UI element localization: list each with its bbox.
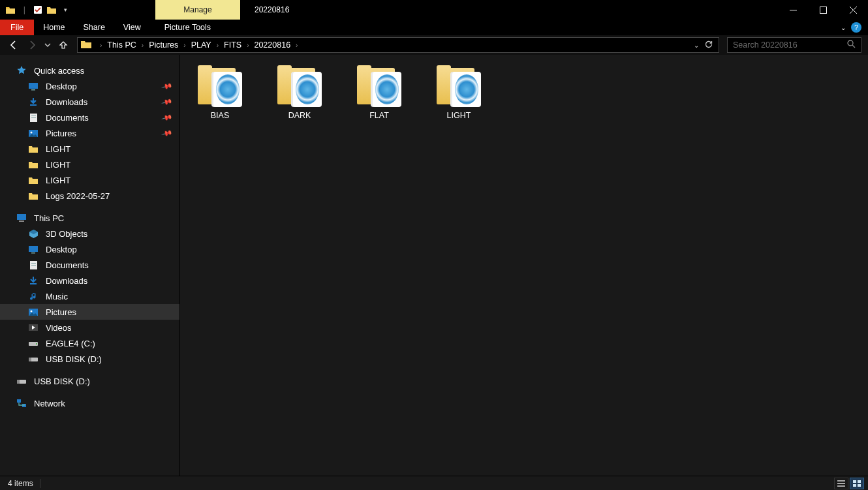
folder-item[interactable]: FLAT <box>352 65 406 120</box>
cube-icon <box>27 228 39 239</box>
sidebar-item-desktop[interactable]: Desktop 📌 <box>0 78 179 94</box>
sidebar-item-drive-c[interactable]: EAGLE4 (C:) <box>0 335 179 351</box>
chevron-right-icon[interactable]: › <box>292 42 302 49</box>
sidebar-item-downloads[interactable]: Downloads 📌 <box>0 94 179 110</box>
sidebar-item-pictures[interactable]: Pictures 📌 <box>0 125 179 141</box>
qat-separator-icon: | <box>20 5 29 15</box>
svg-line-6 <box>852 45 855 48</box>
home-tab-label: Home <box>43 23 65 32</box>
qat-dropdown-icon[interactable]: ▾ <box>61 5 70 15</box>
sidebar-item-usb-d[interactable]: USB DISK (D:) <box>0 373 179 389</box>
svg-rect-9 <box>30 104 37 106</box>
folder-label: DARK <box>288 111 311 120</box>
sidebar-item-label: Logs 2022-05-27 <box>46 191 110 201</box>
minimize-button[interactable] <box>778 0 808 20</box>
breadcrumb-label: FITS <box>224 40 241 50</box>
breadcrumb[interactable]: Pictures <box>147 40 179 50</box>
navigation-pane[interactable]: Quick access Desktop 📌 Downloads 📌 Docum… <box>0 55 180 476</box>
window-controls <box>778 0 868 20</box>
sidebar-item-desktop[interactable]: Desktop <box>0 241 179 257</box>
file-tab[interactable]: File <box>0 20 34 35</box>
breadcrumb[interactable]: PLAY <box>190 40 213 50</box>
documents-icon <box>27 112 39 123</box>
search-box[interactable] <box>727 37 861 53</box>
sidebar-item-folder[interactable]: LIGHT <box>0 157 179 172</box>
sidebar-item-label: USB DISK (D:) <box>34 376 90 386</box>
recent-locations-button[interactable] <box>43 38 52 52</box>
sidebar-network[interactable]: Network <box>0 395 179 411</box>
downloads-icon <box>27 275 39 286</box>
sidebar-item-label: Pictures <box>46 129 76 138</box>
svg-rect-39 <box>853 484 856 487</box>
chevron-right-icon[interactable]: › <box>179 42 189 49</box>
sidebar-item-documents[interactable]: Documents 📌 <box>0 110 179 125</box>
breadcrumb-label: Pictures <box>149 40 178 50</box>
sidebar-item-downloads[interactable]: Downloads <box>0 273 179 288</box>
address-bar[interactable]: › This PC › Pictures › PLAY › FITS › 202… <box>77 37 719 53</box>
sidebar-item-label: Music <box>46 292 68 301</box>
svg-rect-2 <box>820 7 826 13</box>
sidebar-item-3d-objects[interactable]: 3D Objects <box>0 226 179 241</box>
computer-icon <box>16 213 27 223</box>
search-icon[interactable] <box>847 40 856 50</box>
pin-icon: 📌 <box>161 127 174 139</box>
help-icon[interactable]: ? <box>851 22 861 33</box>
details-view-button[interactable] <box>834 478 848 489</box>
sidebar-item-documents[interactable]: Documents <box>0 257 179 273</box>
sidebar-item-pictures[interactable]: Pictures <box>0 304 179 320</box>
folder-icon <box>437 65 481 106</box>
pictures-icon <box>27 128 39 138</box>
address-folder-icon <box>80 39 92 51</box>
sidebar-item-label: Desktop <box>46 82 77 91</box>
chevron-right-icon[interactable]: › <box>96 42 106 49</box>
large-icons-view-button[interactable] <box>850 478 864 489</box>
svg-rect-18 <box>31 253 35 254</box>
chevron-right-icon[interactable]: › <box>213 42 223 49</box>
new-folder-icon[interactable] <box>46 5 57 15</box>
folder-label: LIGHT <box>447 111 471 120</box>
view-tab[interactable]: View <box>114 20 150 35</box>
sidebar-this-pc[interactable]: This PC <box>0 210 179 226</box>
ribbon-expand-icon[interactable]: ⌄ <box>841 24 846 31</box>
folder-item[interactable]: DARK <box>273 65 326 120</box>
ribbon-tabs: File Home Share View Picture Tools ⌄ ? <box>0 20 868 35</box>
status-count: 4 items <box>8 479 33 488</box>
up-button[interactable] <box>56 38 70 52</box>
sidebar-quick-access[interactable]: Quick access <box>0 63 179 78</box>
maximize-button[interactable] <box>808 0 838 20</box>
sidebar-item-music[interactable]: Music <box>0 288 179 304</box>
file-list[interactable]: BIAS DARK FLAT LIGHT <box>180 55 868 476</box>
sidebar-item-usb-d[interactable]: USB DISK (D:) <box>0 351 179 367</box>
refresh-icon[interactable] <box>704 40 713 51</box>
share-tab[interactable]: Share <box>74 20 114 35</box>
chevron-right-icon[interactable]: › <box>138 42 147 49</box>
contextual-tab[interactable]: Manage <box>155 0 240 20</box>
sidebar-item-videos[interactable]: Videos <box>0 320 179 335</box>
pin-icon: 📌 <box>161 96 174 108</box>
breadcrumb[interactable]: FITS <box>223 40 243 50</box>
address-dropdown-icon[interactable]: ⌄ <box>694 42 699 49</box>
breadcrumb[interactable]: 20220816 <box>253 40 292 50</box>
sidebar-item-folder[interactable]: Logs 2022-05-27 <box>0 188 179 204</box>
svg-rect-16 <box>19 221 24 222</box>
usb-icon <box>16 376 27 386</box>
back-button[interactable] <box>7 38 21 52</box>
picture-tools-tab[interactable]: Picture Tools <box>155 20 220 35</box>
home-tab[interactable]: Home <box>34 20 74 35</box>
sidebar-item-label: LIGHT <box>46 144 70 154</box>
folder-item[interactable]: BIAS <box>193 65 247 120</box>
breadcrumb[interactable]: This PC <box>106 40 137 50</box>
chevron-right-icon[interactable]: › <box>243 42 253 49</box>
svg-rect-36 <box>837 485 845 487</box>
sidebar-item-folder[interactable]: LIGHT <box>0 141 179 157</box>
properties-icon[interactable] <box>33 5 43 15</box>
folder-item[interactable]: LIGHT <box>432 65 486 120</box>
svg-rect-22 <box>30 283 37 284</box>
sidebar-item-folder[interactable]: LIGHT <box>0 172 179 188</box>
sidebar-item-label: 3D Objects <box>46 229 87 239</box>
search-input[interactable] <box>733 40 847 50</box>
close-button[interactable] <box>838 0 868 20</box>
svg-rect-12 <box>31 117 36 118</box>
forward-button[interactable] <box>25 38 39 52</box>
svg-point-5 <box>848 40 853 46</box>
